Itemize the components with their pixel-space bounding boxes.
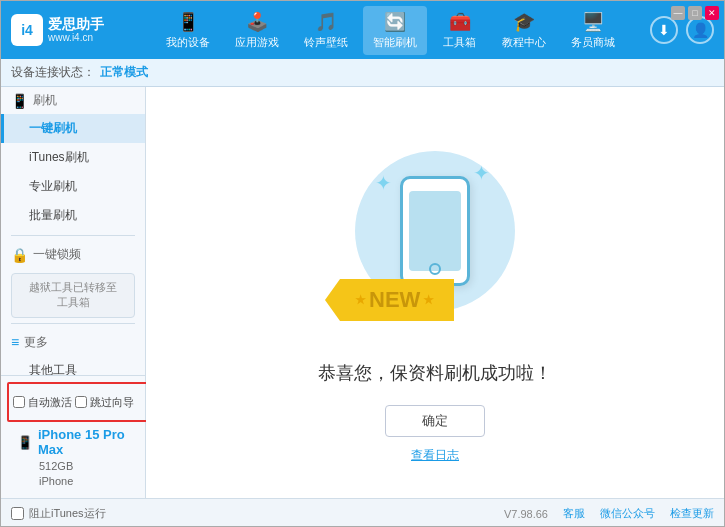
device-name: 📱 iPhone 15 Pro Max [17, 427, 129, 457]
new-ribbon: ★ NEW ★ [325, 279, 454, 321]
sidebar-section-header-more: ≡ 更多 [1, 329, 145, 356]
phone-home-button [429, 263, 441, 275]
device-model: iPhone [17, 475, 129, 487]
sidebar-scroll: 📱 刷机 一键刷机 iTunes刷机 专业刷机 批量刷机 🔒 一键锁频 [1, 87, 145, 375]
user-button[interactable]: 👤 [686, 16, 714, 44]
nav-item-my-device[interactable]: 📱 我的设备 [156, 6, 220, 55]
sidebar-section-more: ≡ 更多 其他工具 下载固件 高级功能 [1, 329, 145, 375]
sidebar-item-pro-flash[interactable]: 专业刷机 [1, 172, 145, 201]
sidebar-item-batch-flash[interactable]: 批量刷机 [1, 201, 145, 230]
status-bar: 设备连接状态： 正常模式 [1, 59, 724, 87]
sidebar-section-header-disabled: 🔒 一键锁频 [1, 241, 145, 268]
device-storage: 512GB [17, 460, 129, 472]
nav-label-my-device: 我的设备 [166, 35, 210, 50]
device-name-text: iPhone 15 Pro Max [38, 427, 129, 457]
service-icon: 🖥️ [582, 11, 604, 33]
close-button[interactable]: ✕ [705, 6, 719, 20]
logo-sub-text: www.i4.cn [48, 32, 104, 44]
nav-label-ringtones: 铃声壁纸 [304, 35, 348, 50]
auto-activate-label: 自动激活 [28, 395, 72, 410]
sidebar-divider-1 [11, 235, 135, 236]
content-row: 📱 刷机 一键刷机 iTunes刷机 专业刷机 批量刷机 🔒 一键锁频 [1, 87, 724, 498]
more-section-label: 更多 [24, 334, 48, 351]
tutorial-icon: 🎓 [513, 11, 535, 33]
toolbox-icon: 🧰 [449, 11, 471, 33]
footer-link-update[interactable]: 检查更新 [670, 506, 714, 521]
itunes-block-checkbox[interactable]: 阻止iTunes运行 [11, 506, 106, 521]
status-mode: 正常模式 [100, 64, 148, 81]
skip-guide-checkbox[interactable]: 跳过向导 [75, 395, 134, 410]
footer: 阻止iTunes运行 V7.98.66 客服 微信公众号 检查更新 [1, 498, 724, 527]
nav-item-apps-games[interactable]: 🕹️ 应用游戏 [225, 6, 289, 55]
log-link[interactable]: 查看日志 [411, 447, 459, 464]
nav-item-ringtones[interactable]: 🎵 铃声壁纸 [294, 6, 358, 55]
header-right: ⬇ 👤 [650, 16, 714, 44]
device-icon: 📱 [177, 11, 199, 33]
footer-right: V7.98.66 客服 微信公众号 检查更新 [504, 506, 714, 521]
flash-section-icon: 📱 [11, 93, 28, 109]
ok-button[interactable]: 确定 [385, 405, 485, 437]
sidebar-item-other-tools[interactable]: 其他工具 [1, 356, 145, 375]
maximize-button[interactable]: □ [688, 6, 702, 20]
flash-section-label: 刷机 [33, 92, 57, 109]
smart-flash-icon: 🔄 [384, 11, 406, 33]
nav-label-toolbox: 工具箱 [443, 35, 476, 50]
apps-icon: 🕹️ [246, 11, 268, 33]
device-info: 📱 iPhone 15 Pro Max 512GB iPhone [7, 422, 139, 492]
app-window: — □ ✕ i4 爱思助手 www.i4.cn 📱 我的设备 🕹️ 应用游戏 🎵… [0, 0, 725, 527]
disabled-notice-box: 越狱工具已转移至工具箱 [11, 273, 135, 318]
main-content: ✦ ✦ ★ NEW ★ 恭喜您，保资料刷机成功啦！ [146, 87, 724, 498]
nav-label-service: 务员商城 [571, 35, 615, 50]
window-controls: — □ ✕ [671, 6, 719, 20]
sidebar-section-disabled: 🔒 一键锁频 越狱工具已转移至工具箱 [1, 241, 145, 318]
ribbon-star-right: ★ [423, 293, 434, 307]
success-image: ✦ ✦ ★ NEW ★ [335, 121, 535, 341]
nav-label-tutorial: 教程中心 [502, 35, 546, 50]
success-title: 恭喜您，保资料刷机成功啦！ [318, 361, 552, 385]
new-badge-text: NEW [369, 287, 420, 313]
phone-screen [409, 191, 461, 271]
logo: i4 爱思助手 www.i4.cn [11, 14, 111, 46]
disabled-section-label: 一键锁频 [33, 246, 81, 263]
device-name-icon: 📱 [17, 435, 33, 450]
body-main: 设备连接状态： 正常模式 📱 刷机 一键刷机 iTunes刷机 专业刷机 [1, 59, 724, 527]
version-text: V7.98.66 [504, 508, 548, 520]
device-checkboxes: 自动激活 跳过向导 [7, 382, 152, 422]
sparkle-right: ✦ [473, 161, 490, 185]
nav-bar: 📱 我的设备 🕹️ 应用游戏 🎵 铃声壁纸 🔄 智能刷机 🧰 工具箱 🎓 [131, 6, 650, 55]
nav-item-tutorial[interactable]: 🎓 教程中心 [492, 6, 556, 55]
header: i4 爱思助手 www.i4.cn 📱 我的设备 🕹️ 应用游戏 🎵 铃声壁纸 … [1, 1, 724, 59]
disabled-notice-text: 越狱工具已转移至工具箱 [29, 281, 117, 308]
footer-link-service[interactable]: 客服 [563, 506, 585, 521]
sidebar: 📱 刷机 一键刷机 iTunes刷机 专业刷机 批量刷机 🔒 一键锁频 [1, 87, 146, 498]
sidebar-section-header-flash: 📱 刷机 [1, 87, 145, 114]
itunes-block-input[interactable] [11, 507, 24, 520]
logo-text: 爱思助手 www.i4.cn [48, 16, 104, 45]
nav-item-service[interactable]: 🖥️ 务员商城 [561, 6, 625, 55]
nav-item-toolbox[interactable]: 🧰 工具箱 [432, 6, 487, 55]
lock-icon: 🔒 [11, 247, 28, 263]
auto-activate-input[interactable] [13, 396, 25, 408]
phone-body [400, 176, 470, 286]
sidebar-item-one-key-flash[interactable]: 一键刷机 [1, 114, 145, 143]
sidebar-section-flash: 📱 刷机 一键刷机 iTunes刷机 专业刷机 批量刷机 [1, 87, 145, 230]
nav-item-smart-flash[interactable]: 🔄 智能刷机 [363, 6, 427, 55]
sidebar-bottom: 自动激活 跳过向导 📱 iPhone 15 Pro Max 512GB [1, 375, 145, 498]
itunes-block-label: 阻止iTunes运行 [29, 506, 106, 521]
download-button[interactable]: ⬇ [650, 16, 678, 44]
status-label: 设备连接状态： [11, 64, 95, 81]
logo-icon: i4 [11, 14, 43, 46]
nav-label-apps-games: 应用游戏 [235, 35, 279, 50]
auto-activate-checkbox[interactable]: 自动激活 [13, 395, 72, 410]
more-section-icon: ≡ [11, 334, 19, 350]
ribbon-star-left: ★ [355, 293, 366, 307]
sparkle-left: ✦ [375, 171, 392, 195]
sidebar-item-itunes-flash[interactable]: iTunes刷机 [1, 143, 145, 172]
footer-link-wechat[interactable]: 微信公众号 [600, 506, 655, 521]
minimize-button[interactable]: — [671, 6, 685, 20]
skip-guide-label: 跳过向导 [90, 395, 134, 410]
ringtones-icon: 🎵 [315, 11, 337, 33]
sidebar-divider-2 [11, 323, 135, 324]
skip-guide-input[interactable] [75, 396, 87, 408]
nav-label-smart-flash: 智能刷机 [373, 35, 417, 50]
